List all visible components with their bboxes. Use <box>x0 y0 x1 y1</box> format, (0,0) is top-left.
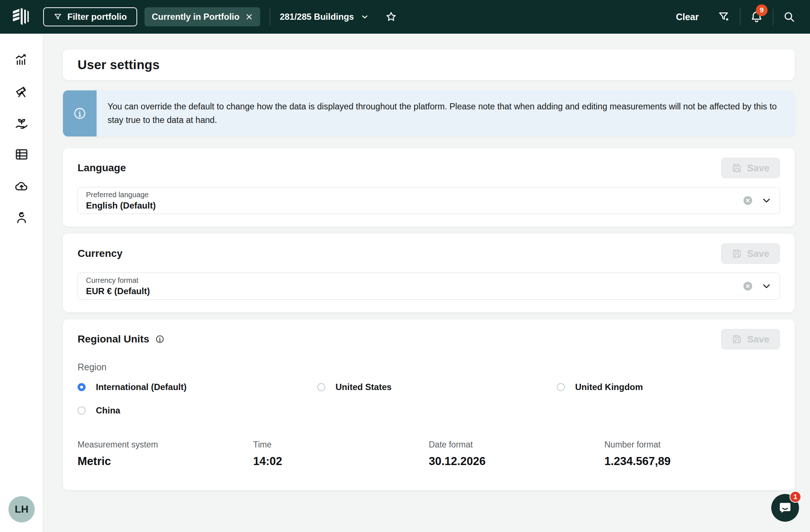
language-save-label: Save <box>747 162 769 174</box>
currency-section: Currency Save Currency format EUR € (Def… <box>63 234 795 312</box>
funnel-icon <box>53 12 62 21</box>
language-save-button[interactable]: Save <box>721 158 780 178</box>
topbar-divider <box>270 8 270 25</box>
page-title-card: User settings <box>63 49 795 80</box>
chat-unread-badge: 1 <box>790 491 801 503</box>
summary-number-format: Number format 1.234.567,89 <box>604 440 780 468</box>
chevron-down-icon[interactable] <box>761 281 772 291</box>
sidebar-item-performance[interactable] <box>14 53 29 67</box>
app-logo[interactable] <box>0 7 43 26</box>
radio-button[interactable] <box>78 407 86 415</box>
chevron-down-icon[interactable] <box>761 195 772 206</box>
region-option-international[interactable]: International (Default) <box>78 382 317 392</box>
currency-heading: Currency <box>78 248 123 259</box>
info-banner: You can override the default to change h… <box>63 90 795 136</box>
telescope-icon <box>14 84 29 99</box>
topbar-divider <box>740 8 740 25</box>
main-content: User settings You can override the defau… <box>43 34 810 532</box>
currency-save-button[interactable]: Save <box>721 243 780 264</box>
clear-selection-icon[interactable] <box>742 195 753 206</box>
page-title: User settings <box>78 57 780 72</box>
radio-button[interactable] <box>557 383 565 391</box>
table-icon <box>14 147 29 162</box>
save-icon <box>732 334 742 344</box>
summary-time: Time 14:02 <box>253 440 429 468</box>
filter-chip-label: Currently in Portfolio <box>152 12 240 22</box>
language-heading: Language <box>78 162 126 174</box>
regional-summary: Measurement system Metric Time 14:02 Dat… <box>78 440 780 468</box>
sidebar-item-explore[interactable] <box>14 84 29 99</box>
star-icon <box>385 11 397 23</box>
save-icon <box>732 248 742 259</box>
currency-format-select[interactable]: Currency format EUR € (Default) <box>78 273 780 300</box>
search-icon <box>783 11 795 23</box>
summary-date-format: Date format 30.12.2026 <box>429 440 604 468</box>
sidebar-item-account[interactable] <box>14 210 29 225</box>
info-icon <box>73 106 87 120</box>
user-icon <box>14 210 29 225</box>
buildings-selector[interactable]: 281/285 Buildings <box>280 12 370 22</box>
chevron-down-icon <box>360 12 369 21</box>
topbar-divider <box>773 8 773 25</box>
search-button[interactable] <box>783 11 795 23</box>
clear-filters-button[interactable]: Clear <box>676 12 699 22</box>
chip-close-icon[interactable] <box>245 13 253 20</box>
info-banner-text: You can override the default to change h… <box>97 90 795 136</box>
buildings-count-label: 281/285 Buildings <box>280 12 354 22</box>
preferred-language-select[interactable]: Preferred language English (Default) <box>78 187 780 214</box>
currency-format-label: Currency format <box>86 276 742 285</box>
cloud-upload-icon <box>14 179 29 193</box>
language-section: Language Save Preferred language English… <box>63 148 795 226</box>
region-option-united-kingdom[interactable]: United Kingdom <box>557 382 780 392</box>
filter-portfolio-label: Filter portfolio <box>67 12 127 22</box>
save-icon <box>732 163 742 173</box>
user-avatar[interactable]: LH <box>8 496 35 522</box>
region-option-united-states[interactable]: United States <box>317 382 557 392</box>
funnel-star-icon <box>718 11 730 23</box>
clear-selection-icon[interactable] <box>742 281 753 292</box>
region-radio-group: International (Default) United States Un… <box>78 382 780 416</box>
notifications-button[interactable]: 9 <box>750 10 763 23</box>
analytics-chart-icon <box>14 53 29 67</box>
preferred-language-label: Preferred language <box>86 191 742 199</box>
building-logo-icon <box>11 7 32 26</box>
currency-format-value: EUR € (Default) <box>86 286 742 296</box>
preferred-language-value: English (Default) <box>86 201 742 211</box>
info-banner-accent <box>63 90 97 136</box>
sidebar-item-sustainability[interactable] <box>14 116 29 130</box>
sidebar: LH <box>0 34 43 532</box>
regional-units-section: Regional Units Save Region <box>63 319 795 490</box>
notification-count-badge: 9 <box>756 4 768 16</box>
filter-chip-currently-in-portfolio[interactable]: Currently in Portfolio <box>145 7 260 26</box>
plant-hand-icon <box>14 116 29 130</box>
top-bar: Filter portfolio Currently in Portfolio … <box>0 0 810 34</box>
regional-units-heading: Regional Units <box>78 333 149 345</box>
sidebar-item-upload[interactable] <box>14 179 29 193</box>
region-option-china[interactable]: China <box>78 405 317 416</box>
sidebar-item-data-table[interactable] <box>14 147 29 162</box>
regional-save-button[interactable]: Save <box>721 329 780 349</box>
info-icon[interactable] <box>155 334 165 344</box>
currency-save-label: Save <box>747 248 769 259</box>
saved-filters-button[interactable] <box>718 11 730 23</box>
region-group-label: Region <box>78 362 780 372</box>
favorite-star-button[interactable] <box>385 11 397 23</box>
filter-portfolio-button[interactable]: Filter portfolio <box>43 7 137 26</box>
radio-button[interactable] <box>317 383 325 391</box>
chat-launcher-button[interactable]: 1 <box>771 494 799 522</box>
chat-bubble-icon <box>778 501 792 515</box>
summary-measurement-system: Measurement system Metric <box>78 440 253 468</box>
regional-save-label: Save <box>747 334 769 345</box>
radio-button[interactable] <box>78 383 86 391</box>
